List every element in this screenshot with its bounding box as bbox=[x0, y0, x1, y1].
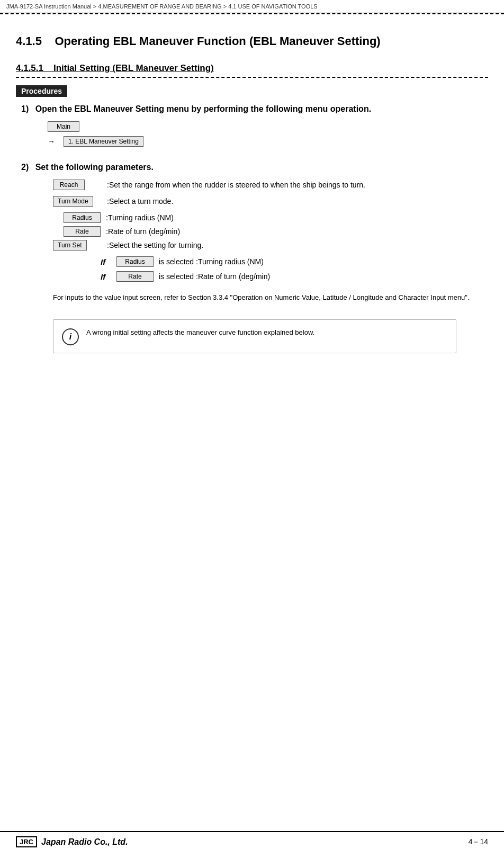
turn-mode-desc: :Select a turn mode. bbox=[107, 196, 488, 207]
info-box-text: A wrong initial setting affects the mane… bbox=[86, 327, 314, 338]
page-number: 4－14 bbox=[469, 837, 488, 847]
note-text: For inputs to the value input screen, re… bbox=[53, 292, 488, 303]
reach-btn[interactable]: Reach bbox=[53, 180, 85, 190]
main-content: 4.1.5 Operating EBL Maneuver Function (E… bbox=[0, 20, 504, 390]
step-2: 2) Set the following parameters. Reach :… bbox=[16, 163, 488, 353]
info-box: i A wrong initial setting affects the ma… bbox=[53, 319, 456, 353]
sub-param-rate: Rate :Rate of turn (deg/min) bbox=[64, 226, 488, 237]
turn-set-desc: :Select the setting for turning. bbox=[107, 240, 488, 251]
param-turn-set: Turn Set :Select the setting for turning… bbox=[53, 240, 488, 251]
main-menu-btn[interactable]: Main bbox=[48, 121, 79, 132]
info-icon: i bbox=[62, 328, 79, 345]
if-row-rate: If Rate is selected :Rate of turn (deg/m… bbox=[101, 271, 488, 282]
if-rate-btn[interactable]: Rate bbox=[116, 271, 154, 282]
procedures-badge: Procedures bbox=[16, 85, 67, 97]
step-1: 1) Open the EBL Maneuver Setting menu by… bbox=[16, 104, 488, 147]
menu-flow: Main → 1. EBL Maneuver Setting bbox=[48, 121, 488, 147]
param-turn-mode: Turn Mode :Select a turn mode. bbox=[53, 196, 488, 207]
turn-set-if-section: If Radius is selected :Turning radius (N… bbox=[85, 256, 488, 282]
turn-set-btn[interactable]: Turn Set bbox=[53, 240, 87, 251]
dashed-divider bbox=[0, 13, 504, 14]
rate-btn[interactable]: Rate bbox=[64, 226, 101, 237]
jrc-label: JRC bbox=[16, 836, 37, 847]
breadcrumb: JMA-9172-SA Instruction Manual > 4.MEASU… bbox=[0, 0, 504, 13]
if-radius-btn[interactable]: Radius bbox=[116, 256, 154, 267]
step-1-header: 1) Open the EBL Maneuver Setting menu by… bbox=[21, 104, 488, 114]
section-title: 4.1.5 Operating EBL Maneuver Function (E… bbox=[16, 34, 488, 50]
radius-btn[interactable]: Radius bbox=[64, 212, 101, 223]
footer: JRC Japan Radio Co., Ltd. 4－14 bbox=[0, 831, 504, 847]
ebl-maneuver-menu-btn[interactable]: 1. EBL Maneuver Setting bbox=[64, 136, 143, 147]
subsection-title: 4.1.5.1 Initial Setting (EBL Maneuver Se… bbox=[16, 63, 488, 78]
sub-param-radius: Radius :Turning radius (NM) bbox=[64, 212, 488, 223]
turn-mode-btn[interactable]: Turn Mode bbox=[53, 196, 93, 207]
company-name: Japan Radio Co., Ltd. bbox=[41, 837, 128, 847]
param-reach: Reach :Set the range from when the rudde… bbox=[53, 180, 488, 191]
sub-params: Radius :Turning radius (NM) Rate :Rate o… bbox=[64, 212, 488, 237]
footer-logo: JRC Japan Radio Co., Ltd. bbox=[16, 836, 128, 847]
step-2-header: 2) Set the following parameters. bbox=[21, 163, 488, 172]
params-table: Reach :Set the range from when the rudde… bbox=[53, 180, 488, 282]
reach-desc: :Set the range from when the rudder is s… bbox=[107, 180, 488, 191]
if-row-radius: If Radius is selected :Turning radius (N… bbox=[101, 256, 488, 267]
menu-arrow-row: → 1. EBL Maneuver Setting bbox=[48, 136, 488, 147]
